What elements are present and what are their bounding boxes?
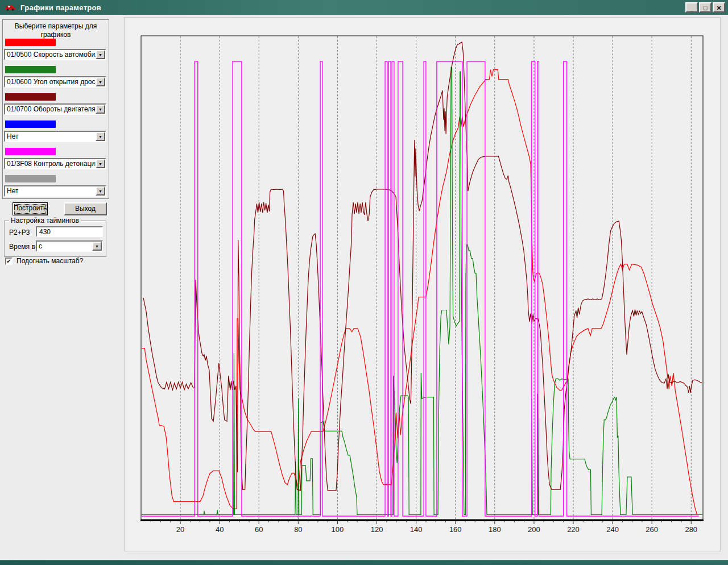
dropdown-arrow-icon[interactable]: ▼ — [92, 242, 102, 251]
maximize-button[interactable]: □ — [699, 2, 712, 13]
param-combobox[interactable]: 01/3F08 Контроль детонации а▼ — [4, 158, 106, 169]
svg-text:80: 80 — [294, 525, 302, 534]
p2p3-label: P2+P3 — [9, 229, 30, 236]
fit-scale-checkbox[interactable]: ✔ — [5, 257, 13, 265]
window-title: Графики параметров — [20, 3, 101, 12]
param-color-swatch — [5, 148, 56, 155]
build-button[interactable]: Построить — [13, 202, 48, 215]
combobox-value: Нет — [5, 187, 96, 195]
fit-scale-checkbox-row[interactable]: ✔ Подогнать масштаб? — [5, 257, 83, 265]
param-color-swatch — [5, 175, 56, 182]
param-combobox[interactable]: Нет▼ — [4, 131, 106, 142]
exit-button[interactable]: Выход — [64, 202, 107, 215]
car-icon — [5, 3, 16, 11]
combobox-value: Нет — [5, 132, 96, 140]
param-combobox[interactable]: 01/0500 Скорость автомобиля▼ — [4, 49, 106, 60]
svg-text:60: 60 — [255, 525, 263, 534]
combobox-value: 01/3F08 Контроль детонации а — [5, 160, 96, 168]
dropdown-arrow-icon[interactable]: ▼ — [96, 105, 105, 114]
svg-text:120: 120 — [371, 525, 383, 534]
time-unit-combobox[interactable]: с ▼ — [36, 240, 103, 252]
chart-panel: 20406080100120140160180200220240260280 — [124, 17, 721, 551]
close-button[interactable]: ✕ — [713, 2, 725, 13]
dropdown-arrow-icon[interactable]: ▼ — [96, 186, 105, 196]
svg-text:260: 260 — [646, 525, 658, 534]
p2p3-input[interactable] — [36, 226, 103, 237]
param-color-swatch — [5, 93, 56, 101]
svg-text:240: 240 — [606, 525, 619, 534]
parameter-sidebar: Выберите параметры для графиков 01/0500 … — [2, 19, 109, 199]
title-bar: Графики параметров _ □ ✕ — [0, 0, 728, 15]
dropdown-arrow-icon[interactable]: ▼ — [96, 132, 105, 141]
svg-text:140: 140 — [410, 525, 423, 534]
checkmark-icon: ✔ — [6, 258, 11, 264]
param-color-swatch — [5, 121, 56, 128]
combobox-value: 01/0700 Обороты двигателя — [5, 105, 96, 113]
svg-text:280: 280 — [685, 525, 697, 534]
time-unit-label: Время в — [9, 243, 35, 251]
dropdown-arrow-icon[interactable]: ▼ — [96, 50, 105, 59]
time-unit-value: с — [37, 242, 92, 250]
param-color-swatch — [5, 66, 56, 73]
dropdown-arrow-icon[interactable]: ▼ — [96, 77, 105, 86]
dropdown-arrow-icon[interactable]: ▼ — [96, 159, 105, 168]
combobox-value: 01/0600 Угол открытия дроссе — [5, 78, 96, 86]
svg-text:100: 100 — [332, 525, 344, 534]
minimize-button[interactable]: _ — [685, 2, 698, 13]
svg-text:160: 160 — [449, 525, 462, 534]
taskbar-strip — [0, 560, 728, 565]
parameters-chart: 20406080100120140160180200220240260280 — [125, 18, 721, 552]
timing-group-title: Настройка таймингов — [9, 217, 81, 225]
param-combobox[interactable]: Нет▼ — [4, 185, 106, 197]
param-color-swatch — [5, 39, 56, 46]
svg-text:220: 220 — [567, 525, 580, 534]
sidebar-header-label: Выберите параметры для графиков — [3, 22, 109, 39]
param-combobox[interactable]: 01/0600 Угол открытия дроссе▼ — [4, 76, 106, 88]
svg-text:180: 180 — [489, 525, 501, 534]
timing-settings-group: Настройка таймингов P2+P3 Время в с ▼ — [4, 221, 106, 257]
svg-text:40: 40 — [216, 525, 224, 534]
svg-text:20: 20 — [176, 525, 184, 534]
fit-scale-label: Подогнать масштаб? — [16, 257, 83, 265]
app-window: Графики параметров _ □ ✕ Выберите параме… — [0, 0, 728, 565]
svg-text:200: 200 — [528, 525, 540, 534]
combobox-value: 01/0500 Скорость автомобиля — [5, 51, 96, 59]
param-combobox[interactable]: 01/0700 Обороты двигателя▼ — [4, 103, 106, 115]
